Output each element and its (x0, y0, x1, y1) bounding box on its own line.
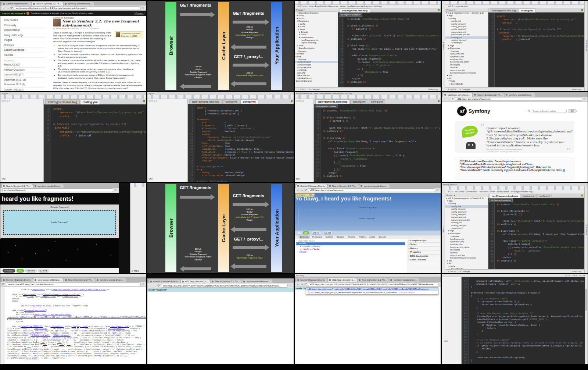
tree-item[interactable]: play.php (295, 72, 338, 74)
devtools-tab[interactable]: Sources (335, 235, 346, 239)
project-tool-strip[interactable]: 1: Project (442, 1, 445, 91)
browser-tab[interactable]: symfony-standard/com... (64, 2, 93, 6)
changes-count[interactable]: 9: Changes (460, 270, 470, 273)
archive-link[interactable]: December 2012 (18) (4, 78, 45, 83)
editor-tab[interactable]: routing.yml (222, 99, 240, 104)
changes-count[interactable]: 9: Changes (309, 88, 319, 91)
tree-item[interactable]: ▾ Yoda (445, 265, 488, 268)
search-input[interactable] (532, 109, 567, 113)
tree-item[interactable]: ▾ src (445, 77, 488, 80)
editor-pane[interactable]: testFragments.html.twigrouting.ymlconfig… (488, 193, 584, 270)
editor-tab[interactable]: config.yml (537, 194, 552, 198)
browser-tab[interactable]: symfony-standard/com... (96, 278, 125, 282)
changes-count[interactable]: 9: Changes (460, 88, 470, 91)
author-link[interactable]: by Fabien Potencier (53, 27, 69, 29)
browser-tab[interactable]: symfony-standard/com... (359, 184, 389, 188)
tree-item[interactable]: config.yml (445, 205, 488, 208)
tree-item[interactable]: ▾ src (445, 262, 488, 265)
reload-icon[interactable]: ⟳ (2, 282, 5, 286)
reload-icon[interactable]: ⟳ (305, 188, 307, 192)
toolbar-pill[interactable]: 173 ms (311, 231, 321, 235)
todo-count[interactable]: 6: TODO (448, 270, 456, 273)
tree-item[interactable]: .htaccess (295, 50, 338, 53)
tree-item[interactable]: ▸ web (295, 56, 338, 58)
tree-item[interactable]: composer.json (295, 61, 338, 63)
toolbar-pill[interactable]: 200 (302, 231, 309, 235)
tree-item[interactable]: security.yml (445, 227, 488, 230)
back-icon[interactable]: ← (2, 6, 5, 10)
sidebar-section[interactable]: Properties (407, 250, 441, 255)
url-field[interactable]: sf22.l/app_dev.php/new/fragments (455, 97, 582, 101)
tree-item[interactable]: ▸ Default (295, 31, 338, 33)
todo-count[interactable]: 6: TODO (298, 88, 306, 91)
tree-item[interactable]: config_test.yml (445, 28, 488, 31)
forward-icon[interactable]: → (6, 6, 9, 10)
tree-item[interactable]: composer.phar (295, 66, 338, 69)
ide-breadcrumb[interactable]: sf-2.2 › src › Yoda › EventBundle › Reso… (445, 190, 584, 193)
editor-tab[interactable]: testFragments.html.twig (315, 99, 350, 104)
ide-breadcrumb[interactable]: sf-2.2 › composer.json (445, 5, 584, 8)
sidebar-link[interactable]: Community (4, 23, 45, 28)
toolbar-pill[interactable]: 1669 ms (25, 269, 37, 273)
tree-item[interactable]: config.yml (445, 20, 488, 22)
tree-item[interactable]: console (445, 252, 488, 254)
reload-icon[interactable]: ✕ (452, 97, 454, 101)
toolbar-pill[interactable]: ae403303 (3, 269, 15, 273)
browser-tab[interactable]: New in Symfony 2.2: Th... (211, 280, 241, 283)
tree-item[interactable]: routing_dev.yml (445, 39, 488, 42)
tree-item[interactable]: ▾ Resources (295, 20, 338, 22)
expand-icon[interactable] (563, 169, 565, 172)
back-icon[interactable]: ← (297, 282, 300, 286)
archive-link[interactable]: March 2013 (3) (4, 63, 45, 68)
browser-tab[interactable]: New in Symfony 2.2: Th... (2, 184, 33, 188)
project-panel-header[interactable]: Project ▾ (295, 8, 338, 12)
tree-item[interactable]: config_dev.yml (445, 208, 488, 210)
tree-item[interactable]: routing_dev.yml (445, 224, 488, 227)
tree-item[interactable]: ▾ app (445, 200, 488, 202)
editor-tab[interactable]: routing.yml (80, 99, 100, 104)
tree-item[interactable]: console (445, 66, 488, 69)
devtools-tab[interactable]: Elements (298, 235, 311, 239)
editor-tab[interactable]: testFragments.html.twig (340, 8, 370, 13)
browser-tab[interactable]: view-source:sf22.l/app... (33, 278, 63, 282)
tree-item[interactable]: UPGRADE.md (295, 77, 338, 80)
tree-item[interactable]: ▸ bin (445, 74, 488, 77)
tree-item[interactable]: External Libraries (295, 80, 338, 82)
tree-item[interactable]: ▾ config (445, 202, 488, 205)
back-icon[interactable]: ← (444, 97, 447, 101)
tree-item[interactable]: ▸ DependencyInjection (295, 12, 338, 14)
star-icon[interactable]: ☆ (583, 97, 586, 101)
editor-tab[interactable]: config.yml (240, 99, 258, 104)
project-panel-header[interactable]: Project ▾ (445, 193, 488, 197)
dom-node[interactable]: ▸ <head>…</head> (296, 245, 405, 248)
tree-item[interactable]: ▸ EventBundle (445, 268, 488, 269)
url-field[interactable]: symfony.com/blog/new-in-symfony-2-2-the-… (14, 6, 141, 10)
editor-pane[interactable]: testFragments.html.twigrouting.yml event… (488, 8, 584, 87)
data-sources-strip[interactable]: Data Sources (584, 186, 588, 273)
tree-item[interactable]: ▾ app (445, 14, 488, 17)
tree-item[interactable]: AppKernel.php (445, 56, 488, 58)
star-icon[interactable]: ☆ (436, 188, 439, 192)
browser-tab[interactable]: New in Symfony 2.2: Th... (64, 278, 95, 282)
tree-item[interactable]: ▸ Entity (295, 14, 338, 17)
tree-item[interactable]: config_prod.yml (445, 211, 488, 213)
tree-item[interactable]: bootstrap.php.cache (445, 61, 488, 63)
editor-pane[interactable]: testFragments.html.twigrouting.yml event… (44, 99, 146, 182)
reload-icon[interactable]: ⟳ (305, 282, 307, 286)
tree-item[interactable]: SymfonyRequirements.php (445, 257, 488, 259)
forward-icon[interactable]: → (301, 282, 304, 286)
browser-tab[interactable]: Events! | Starwars Events (296, 184, 327, 188)
post-title[interactable]: New in Symfony 2.2: The new fragment sub… (53, 19, 143, 27)
url-field[interactable]: sf22.l/app_dev.php/_proxy?_path=color%3D… (308, 282, 439, 286)
tree-item[interactable]: parameters.yml.dist (445, 33, 488, 36)
tree-item[interactable]: ▾ config (445, 17, 488, 20)
tree-item[interactable]: check.php (445, 249, 488, 251)
url-field[interactable]: sf22.l/app_dev.php/new/fragments (308, 188, 435, 192)
tree-item[interactable]: ▸ Resources (445, 47, 488, 50)
tree-item[interactable]: config_prod.yml (445, 25, 488, 28)
editor-tab[interactable]: routing.yml (521, 194, 537, 198)
browser-tab[interactable]: symfony-standard/com... (389, 278, 419, 282)
browser-tab[interactable]: Events! | Starwars Events (2, 278, 33, 282)
sidebar-link[interactable]: Plugins (4, 38, 45, 43)
event-log[interactable]: Event Log (572, 270, 581, 273)
